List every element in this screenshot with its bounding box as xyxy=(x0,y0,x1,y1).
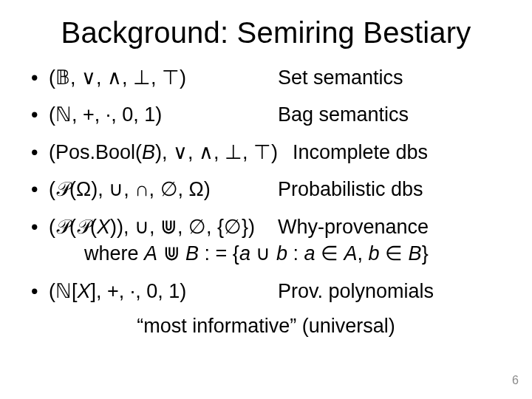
semiring-structure: (ℕ[X], +, ·, 0, 1) xyxy=(49,278,278,304)
semiring-label: Prov. polynomials xyxy=(278,278,504,304)
list-item: (𝒫(Ω), ∪, ∩, ∅, Ω) Probabilistic dbs xyxy=(28,176,504,202)
list-item: (ℕ[X], +, ·, 0, 1) Prov. polynomials xyxy=(28,278,504,304)
semiring-label: Incomplete dbs xyxy=(293,139,504,166)
semiring-structure: (Pos.Bool(B), ∨, ∧, ⊥, ⊤) xyxy=(49,139,293,166)
semiring-label: Bag semantics xyxy=(278,101,504,128)
list-item: (𝒫(𝒫(X)), ∪, ⋓, ∅, {∅}) Why-provenance w… xyxy=(28,214,504,267)
semiring-label: Set semantics xyxy=(278,64,504,91)
semiring-label: Probabilistic dbs xyxy=(278,176,504,202)
semiring-structure: (𝔹, ∨, ∧, ⊥, ⊤) xyxy=(49,64,278,91)
sub-definition: where A ⋓ B : = {a ∪ b : a ∈ A, b ∈ B} xyxy=(49,240,504,267)
semiring-structure: (𝒫(𝒫(X)), ∪, ⋓, ∅, {∅}) xyxy=(49,214,278,240)
bullet-list: (𝔹, ∨, ∧, ⊥, ⊤) Set semantics (ℕ, +, ·, … xyxy=(28,64,504,304)
slide: Background: Semiring Bestiary (𝔹, ∨, ∧, … xyxy=(0,0,532,399)
slide-title: Background: Semiring Bestiary xyxy=(28,16,504,50)
semiring-structure: (ℕ, +, ·, 0, 1) xyxy=(49,101,278,128)
semiring-label: Why-provenance xyxy=(278,214,504,240)
list-item: (Pos.Bool(B), ∨, ∧, ⊥, ⊤) Incomplete dbs xyxy=(28,139,504,166)
footer-note: “most informative” (universal) xyxy=(28,315,504,338)
page-number: 6 xyxy=(512,374,519,387)
list-item: (𝔹, ∨, ∧, ⊥, ⊤) Set semantics xyxy=(28,64,504,91)
semiring-structure: (𝒫(Ω), ∪, ∩, ∅, Ω) xyxy=(49,176,278,202)
list-item: (ℕ, +, ·, 0, 1) Bag semantics xyxy=(28,101,504,128)
